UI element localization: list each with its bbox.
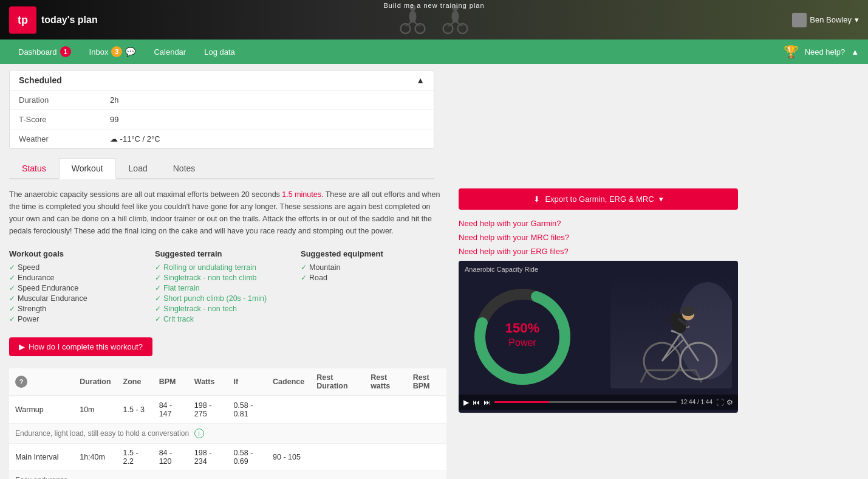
terrain-rolling: ✓ Rolling or undulating terrain — [155, 263, 301, 272]
th-bpm: BPM — [153, 368, 188, 396]
help-garmin-link[interactable]: Need help with your Garmin? — [459, 219, 738, 228]
tab-load-label: Load — [129, 164, 148, 173]
play-button[interactable]: ▶ — [463, 398, 469, 407]
cyclist-trainer-icon — [610, 273, 732, 388]
main-interval-duration: 1h:40m — [73, 444, 117, 471]
warmup-cadence — [267, 396, 310, 424]
terrain-flat-link[interactable]: Flat terrain — [163, 284, 200, 292]
duration-label: Duration — [19, 95, 110, 105]
tab-notes[interactable]: Notes — [160, 158, 208, 179]
terrain-crit-link[interactable]: Crit track — [163, 315, 194, 323]
user-menu[interactable]: Ben Bowley ▾ — [792, 13, 859, 27]
weather-value: ☁ -11°C / 2°C — [110, 134, 160, 143]
workout-description: The anaerobic capacity sessions are all … — [9, 188, 446, 237]
terrain-singletrack-non: ✓ Singletrack - non tech — [155, 305, 301, 313]
th-rest-watts: Rest watts — [364, 368, 407, 396]
nav-inbox[interactable]: Inbox 3 💬 — [80, 40, 145, 64]
help-erg-link[interactable]: Need help with your ERG files? — [459, 247, 738, 256]
terrain-punch: ✓ Short punch climb (20s - 1min) — [155, 294, 301, 303]
nav-calendar-label: Calendar — [154, 47, 186, 57]
banner-build-text: Build me a new training plan — [383, 2, 484, 9]
tscore-label: T-Score — [19, 115, 110, 124]
chat-icon: 💬 — [125, 47, 135, 57]
app-name: today's plan — [41, 15, 98, 26]
main-interval-rest-bpm — [407, 444, 446, 471]
warmup-if: 0.58 - 0.81 — [227, 396, 267, 424]
tab-status[interactable]: Status — [9, 158, 59, 179]
equipment-list: ✓ Mountain ✓ Road — [301, 263, 446, 282]
content-right: ⬇ Export to Garmin, ERG & MRC ▾ Need hel… — [459, 188, 738, 479]
warmup-rest-bpm — [407, 396, 446, 424]
nav-help[interactable]: Need help? — [805, 47, 846, 57]
video-controls: ▶ ⏮ ⏭ 12:44 / 1:44 ⛶ ⚙ — [459, 395, 738, 410]
svg-point-9 — [451, 10, 459, 22]
settings-icon[interactable]: ⚙ — [726, 398, 733, 407]
nav-collapse-icon[interactable]: ▲ — [851, 47, 859, 57]
easy-endurance-note: Easy endurance — [9, 471, 446, 480]
nav-calendar[interactable]: Calendar — [145, 40, 195, 64]
goal-endurance: ✓ Endurance — [9, 274, 155, 282]
terrain-flat: ✓ Flat terrain — [155, 284, 301, 292]
tabs-area: Status Workout Load Notes — [9, 158, 434, 179]
scheduled-header: Scheduled ▲ — [10, 71, 434, 91]
warmup-watts: 198 - 275 — [188, 396, 228, 424]
warmup-note-text: Endurance, light load, still easy to hol… — [15, 429, 189, 438]
svg-point-2 — [400, 24, 410, 33]
warmup-rest-dur — [310, 396, 364, 424]
nav-dashboard[interactable]: Dashboard 1 — [9, 40, 80, 64]
goal-strength-label: Strength — [18, 305, 46, 313]
main-interval-rest-dur — [310, 444, 364, 471]
workout-table: ? Duration Zone BPM Watts If Cadence Res… — [9, 368, 446, 479]
terrain-rolling-link[interactable]: Rolling or undulating terrain — [163, 263, 256, 272]
table-row-easy-endurance: Easy endurance — [9, 471, 446, 480]
th-rest-duration: Rest Duration — [310, 368, 364, 396]
nav-dashboard-badge: 1 — [60, 46, 71, 57]
terrain-header: Suggested terrain — [155, 249, 301, 258]
scheduled-card: Scheduled ▲ Duration 2h T-Score 99 Weath… — [9, 70, 434, 149]
terrain-singletrack-non-link[interactable]: Singletrack - non tech — [163, 305, 237, 313]
rewind-button[interactable]: ⏮ — [473, 398, 480, 407]
tab-status-label: Status — [22, 164, 46, 173]
nav-dashboard-label: Dashboard — [18, 47, 57, 57]
main-content: Scheduled ▲ Duration 2h T-Score 99 Weath… — [0, 64, 863, 479]
svg-line-22 — [641, 370, 647, 382]
goal-speed: ✓ Speed — [9, 263, 155, 272]
nav-bar: Dashboard 1 Inbox 3 💬 Calendar Log data … — [0, 40, 868, 64]
content-left: The anaerobic capacity sessions are all … — [9, 188, 446, 479]
video-icons: ⛶ ⚙ — [716, 398, 733, 407]
scheduled-row-duration: Duration 2h — [10, 91, 434, 110]
main-interval-watts: 198 - 234 — [188, 444, 228, 471]
terrain-punch-link[interactable]: Short punch climb (20s - 1min) — [163, 294, 267, 303]
tab-load[interactable]: Load — [116, 158, 160, 179]
nav-logdata[interactable]: Log data — [195, 40, 244, 64]
export-icon: ⬇ — [533, 195, 540, 204]
description-highlight: 1.5 minutes — [282, 190, 321, 199]
terrain-singletrack-climb-link[interactable]: Singletrack - non tech climb — [163, 274, 257, 282]
trophy-icon[interactable]: 🏆 — [784, 44, 799, 59]
terrain-list: ✓ Rolling or undulating terrain ✓ Single… — [155, 263, 301, 323]
scheduled-collapse-icon[interactable]: ▲ — [416, 75, 425, 85]
logo-tp-icon: tp — [9, 6, 36, 33]
th-cadence: Cadence — [267, 368, 310, 396]
main-interval-zone: 1.5 - 2.2 — [117, 444, 153, 471]
warmup-note: Endurance, light load, still easy to hol… — [9, 424, 446, 444]
video-progress-bar[interactable] — [494, 401, 677, 403]
info-icon[interactable]: i — [194, 429, 204, 438]
goals-list: ✓ Speed ✓ Endurance ✓ Speed Endurance ✓ … — [9, 263, 155, 323]
complete-workout-button[interactable]: ▶ How do I complete this workout? — [9, 337, 152, 356]
equipment-header: Suggested equipment — [301, 249, 446, 258]
goals-col-workout: Workout goals ✓ Speed ✓ Endurance ✓ Spee… — [9, 249, 155, 325]
tab-workout[interactable]: Workout — [59, 158, 116, 179]
export-button[interactable]: ⬇ Export to Garmin, ERG & MRC ▾ — [459, 188, 738, 210]
main-interval-name: Main Interval — [9, 444, 73, 471]
top-banner: Build me a new training plan tp today's … — [0, 0, 868, 40]
warmup-rest-watts — [364, 396, 407, 424]
help-mrc-link[interactable]: Need help with your MRC files? — [459, 233, 738, 242]
user-name: Ben Bowley — [810, 15, 852, 24]
svg-point-1 — [409, 10, 416, 22]
user-avatar — [792, 13, 807, 27]
help-icon[interactable]: ? — [15, 376, 27, 388]
tab-notes-label: Notes — [173, 164, 196, 173]
fullscreen-icon[interactable]: ⛶ — [716, 398, 723, 407]
forward-button[interactable]: ⏭ — [484, 398, 491, 407]
